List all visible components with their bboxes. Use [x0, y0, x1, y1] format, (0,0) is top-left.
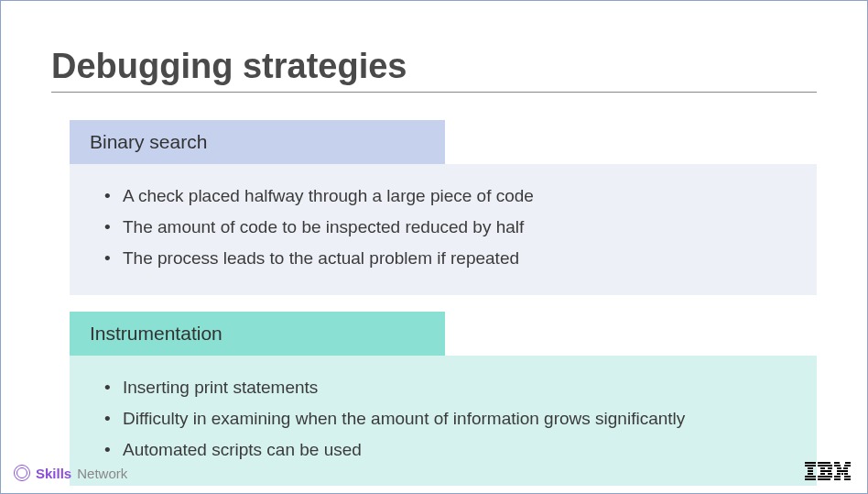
- footer: Skills Network: [1, 462, 867, 484]
- svg-rect-26: [834, 476, 841, 478]
- svg-rect-6: [805, 478, 816, 480]
- svg-rect-1: [805, 465, 816, 467]
- section-heading: Instrumentation: [70, 312, 445, 356]
- svg-rect-5: [805, 476, 816, 478]
- list-item: A check placed halfway through a large p…: [97, 181, 789, 212]
- svg-rect-3: [808, 470, 813, 472]
- svg-rect-25: [844, 473, 848, 475]
- svg-rect-28: [834, 478, 841, 480]
- list-item: Automated scripts can be used: [97, 434, 789, 466]
- footer-network-label: Network: [77, 466, 127, 481]
- svg-rect-12: [820, 473, 825, 475]
- list-item: Difficulty in examining when the amount …: [97, 403, 789, 434]
- svg-rect-9: [820, 467, 825, 469]
- svg-rect-18: [834, 465, 841, 467]
- svg-rect-15: [818, 478, 830, 480]
- svg-rect-29: [844, 478, 851, 480]
- svg-rect-2: [808, 467, 813, 469]
- svg-rect-20: [837, 467, 841, 469]
- svg-rect-8: [818, 465, 832, 467]
- list-item: Inserting print statements: [97, 372, 789, 403]
- svg-rect-24: [841, 473, 843, 475]
- footer-skills-label: Skills: [36, 466, 71, 481]
- section-binary-search: Binary search A check placed halfway thr…: [70, 120, 817, 295]
- svg-rect-27: [844, 476, 851, 478]
- list-item: The process leads to the actual problem …: [97, 243, 789, 274]
- svg-rect-16: [834, 462, 840, 464]
- section-heading: Binary search: [70, 120, 445, 164]
- svg-rect-23: [837, 473, 841, 475]
- svg-rect-7: [818, 462, 830, 464]
- footer-left: Skills Network: [14, 465, 127, 481]
- svg-rect-11: [820, 470, 831, 472]
- svg-rect-10: [828, 467, 832, 469]
- ibm-logo-icon: [805, 462, 851, 484]
- skills-network-icon: [14, 465, 30, 481]
- svg-rect-4: [808, 473, 813, 475]
- bullet-list: A check placed halfway through a large p…: [97, 181, 789, 275]
- svg-rect-19: [844, 465, 851, 467]
- svg-rect-14: [818, 476, 832, 478]
- slide-content: Debugging strategies Binary search A che…: [1, 1, 867, 486]
- list-item: The amount of code to be inspected reduc…: [97, 212, 789, 243]
- svg-rect-13: [828, 473, 832, 475]
- svg-rect-17: [845, 462, 851, 464]
- svg-rect-21: [843, 467, 848, 469]
- section-instrumentation: Instrumentation Inserting print statemen…: [70, 312, 817, 487]
- svg-rect-22: [837, 470, 848, 472]
- bullet-list: Inserting print statements Difficulty in…: [97, 372, 789, 467]
- section-body: A check placed halfway through a large p…: [70, 164, 817, 295]
- slide-title: Debugging strategies: [51, 47, 817, 86]
- svg-rect-0: [805, 462, 816, 464]
- title-rule: [51, 92, 817, 93]
